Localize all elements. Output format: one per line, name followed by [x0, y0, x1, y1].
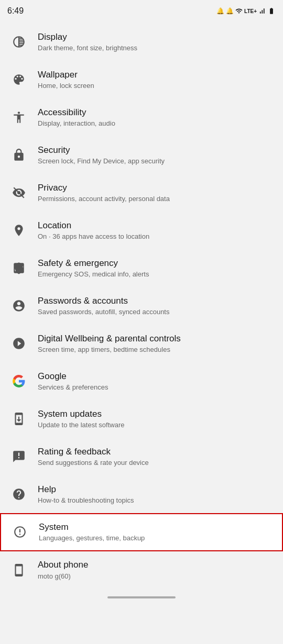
- settings-item-location[interactable]: Location On · 36 apps have access to loc…: [0, 212, 283, 249]
- privacy-icon: [8, 182, 29, 203]
- help-title: Help: [38, 484, 275, 495]
- passwords-title: Passwords & accounts: [38, 295, 275, 307]
- system-updates-text: System updates Update to the latest soft…: [38, 408, 275, 430]
- wallpaper-text: Wallpaper Home, lock screen: [38, 69, 275, 91]
- help-subtitle: How-to & troubleshooting topics: [38, 496, 275, 505]
- system-updates-title: System updates: [38, 408, 275, 420]
- about-title: About phone: [38, 559, 275, 571]
- volume-icon: 🔔: [226, 7, 234, 15]
- wallpaper-icon: [8, 69, 29, 90]
- settings-item-privacy[interactable]: Privacy Permissions, account activity, p…: [0, 174, 283, 212]
- security-title: Security: [38, 145, 275, 156]
- wallpaper-subtitle: Home, lock screen: [38, 82, 275, 91]
- home-indicator: [0, 591, 283, 603]
- lte-label: LTE+: [244, 8, 257, 14]
- settings-item-help[interactable]: Help How-to & troubleshooting topics: [0, 475, 283, 513]
- settings-item-accessibility[interactable]: Accessibility Display, interaction, audi…: [0, 98, 283, 136]
- system-title: System: [39, 521, 274, 533]
- wellbeing-subtitle: Screen time, app timers, bedtime schedul…: [38, 346, 275, 354]
- safety-subtitle: Emergency SOS, medical info, alerts: [38, 270, 275, 279]
- location-subtitle: On · 36 apps have access to location: [38, 232, 275, 241]
- location-text: Location On · 36 apps have access to loc…: [38, 220, 275, 241]
- passwords-icon: [8, 295, 29, 316]
- wellbeing-icon: [8, 333, 29, 354]
- status-bar: 6:49 🔔 🔔 LTE+: [0, 0, 283, 21]
- help-icon: [8, 484, 29, 505]
- settings-list: Display Dark theme, font size, brightnes…: [0, 21, 283, 591]
- passwords-subtitle: Saved passwords, autofill, synced accoun…: [38, 308, 275, 317]
- display-text: Display Dark theme, font size, brightnes…: [38, 31, 275, 53]
- security-icon: [8, 145, 29, 165]
- battery-icon: [267, 7, 276, 15]
- display-title: Display: [38, 31, 275, 43]
- settings-item-security[interactable]: Security Screen lock, Find My Device, ap…: [0, 136, 283, 174]
- system-subtitle: Languages, gestures, time, backup: [39, 534, 274, 543]
- settings-item-rating[interactable]: Rating & feedback Send suggestions & rat…: [0, 438, 283, 475]
- wellbeing-text: Digital Wellbeing & parental controls Sc…: [38, 333, 275, 354]
- rating-text: Rating & feedback Send suggestions & rat…: [38, 446, 275, 468]
- accessibility-subtitle: Display, interaction, audio: [38, 119, 275, 128]
- settings-item-safety[interactable]: Safety & emergency Emergency SOS, medica…: [0, 249, 283, 287]
- location-title: Location: [38, 220, 275, 231]
- wellbeing-title: Digital Wellbeing & parental controls: [38, 333, 275, 345]
- rating-subtitle: Send suggestions & rate your device: [38, 459, 275, 468]
- safety-text: Safety & emergency Emergency SOS, medica…: [38, 258, 275, 279]
- about-subtitle: moto g(60): [38, 572, 275, 581]
- help-text: Help How-to & troubleshooting topics: [38, 484, 275, 505]
- status-time: 6:49: [7, 6, 24, 16]
- settings-item-system[interactable]: System Languages, gestures, time, backup: [0, 513, 283, 551]
- display-icon: [8, 31, 29, 52]
- passwords-text: Passwords & accounts Saved passwords, au…: [38, 295, 275, 317]
- settings-item-about[interactable]: About phone moto g(60): [0, 551, 283, 589]
- settings-item-wallpaper[interactable]: Wallpaper Home, lock screen: [0, 61, 283, 98]
- google-text: Google Services & preferences: [38, 371, 275, 392]
- google-title: Google: [38, 371, 275, 382]
- privacy-text: Privacy Permissions, account activity, p…: [38, 182, 275, 204]
- security-subtitle: Screen lock, Find My Device, app securit…: [38, 157, 275, 166]
- safety-title: Safety & emergency: [38, 258, 275, 269]
- accessibility-icon: [8, 107, 29, 128]
- rating-title: Rating & feedback: [38, 446, 275, 458]
- settings-item-wellbeing[interactable]: Digital Wellbeing & parental controls Sc…: [0, 325, 283, 362]
- system-icon: [9, 521, 30, 542]
- accessibility-title: Accessibility: [38, 107, 275, 118]
- google-icon: [8, 371, 29, 392]
- settings-item-google[interactable]: Google Services & preferences: [0, 362, 283, 400]
- system-updates-icon: [8, 408, 29, 429]
- status-icons: 🔔 🔔 LTE+: [216, 7, 276, 15]
- about-text: About phone moto g(60): [38, 559, 275, 581]
- wallpaper-title: Wallpaper: [38, 69, 275, 81]
- rating-icon: [8, 446, 29, 467]
- system-text: System Languages, gestures, time, backup: [39, 521, 274, 543]
- location-icon: [8, 220, 29, 241]
- system-updates-subtitle: Update to the latest software: [38, 421, 275, 430]
- accessibility-text: Accessibility Display, interaction, audi…: [38, 107, 275, 128]
- home-bar: [107, 596, 176, 598]
- signal-icon: [235, 7, 243, 15]
- privacy-title: Privacy: [38, 182, 275, 194]
- safety-icon: [8, 258, 29, 279]
- signal-bars-icon: [258, 7, 266, 15]
- alarm-icon: 🔔: [216, 7, 224, 15]
- google-subtitle: Services & preferences: [38, 383, 275, 392]
- settings-item-passwords[interactable]: Passwords & accounts Saved passwords, au…: [0, 287, 283, 325]
- about-icon: [8, 560, 29, 581]
- display-subtitle: Dark theme, font size, brightness: [38, 44, 275, 53]
- security-text: Security Screen lock, Find My Device, ap…: [38, 145, 275, 166]
- settings-item-system-updates[interactable]: System updates Update to the latest soft…: [0, 400, 283, 438]
- privacy-subtitle: Permissions, account activity, personal …: [38, 195, 275, 204]
- settings-item-display[interactable]: Display Dark theme, font size, brightnes…: [0, 23, 283, 61]
